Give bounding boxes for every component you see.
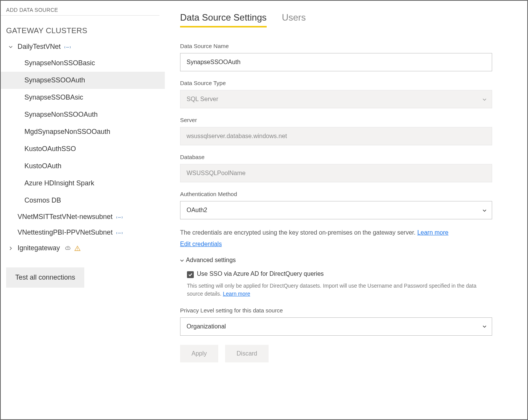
cluster-vnettestingpbi[interactable]: VNettestingPBI-PPVNetSubnet [1,225,165,240]
link-icon [64,44,71,50]
gateway-clusters-header: GATEWAY CLUSTERS [1,26,165,39]
test-connections-button[interactable]: Test all connections [6,267,84,288]
server-input[interactable] [180,127,492,145]
chevron-right-icon [8,244,14,252]
main-panel: Data Source Settings Users Data Source N… [165,1,527,419]
cluster-name: Ignitegateway [18,244,60,252]
chevron-down-icon [8,43,14,51]
cluster-ignitegateway[interactable]: Ignitegateway [1,240,165,256]
edit-credentials-link[interactable]: Edit credentials [180,241,222,248]
sso-checkbox-label: Use SSO via Azure AD for DirectQuery que… [197,270,324,277]
database-input[interactable] [180,164,492,182]
database-label: Database [180,154,527,160]
warning-icon [74,244,80,252]
advanced-settings-toggle[interactable]: Advanced settings [180,257,527,264]
cluster-vnetmsit[interactable]: VNetMSITTestVNet-newsubnet [1,209,165,225]
sso-checkbox[interactable] [187,271,194,278]
data-source-type-label: Data Source Type [180,80,527,86]
auth-method-select[interactable]: OAuth2 [180,201,492,219]
privacy-level-select[interactable]: Organizational [180,317,492,336]
svg-point-1 [77,249,78,250]
credentials-info-text: The credentials are encrypted using the … [180,228,497,238]
sidebar: ADD DATA SOURCE GATEWAY CLUSTERS DailyTe… [1,1,165,419]
chevron-down-icon [180,258,185,263]
link-icon [116,214,122,220]
learn-more-link-sso[interactable]: Learn more [223,291,250,297]
link-icon [116,230,122,236]
data-source-name-input[interactable] [180,53,492,71]
cluster-dailytestvnet[interactable]: DailyTestVNet [1,39,165,55]
tab-data-source-settings[interactable]: Data Source Settings [180,12,267,27]
ds-item-synapsenonssobasic[interactable]: SynapseNonSSOBasic [1,55,165,72]
cluster-name: VNetMSITTestVNet-newsubnet [18,213,113,221]
ds-item-synapsenonssooauth[interactable]: SynapseNonSSOOAuth [1,106,165,123]
ds-item-synapsessobasic[interactable]: SynapseSSOBAsic [1,89,165,106]
add-data-source-link[interactable]: ADD DATA SOURCE [1,5,159,16]
apply-button[interactable]: Apply [180,345,218,362]
cloud-sync-icon [64,244,71,252]
sso-helper-text: This setting will only be applied for Di… [187,282,488,298]
ds-item-kustooauthsso[interactable]: KustoOAuthSSO [1,140,165,158]
server-label: Server [180,117,527,123]
cluster-name: VNettestingPBI-PPVNetSubnet [18,229,113,237]
ds-item-synapsessooauth[interactable]: SynapseSSOOAuth [1,72,165,89]
tab-bar: Data Source Settings Users [180,12,527,27]
ds-item-kustooauth[interactable]: KustoOAuth [1,158,165,175]
auth-method-label: Authentication Method [180,191,527,197]
privacy-level-label: Privacy Level setting for this data sour… [180,307,527,314]
ds-item-hdinsight[interactable]: Azure HDInsight Spark [1,175,165,192]
data-source-type-select[interactable]: SQL Server [180,90,492,108]
cluster-name: DailyTestVNet [18,43,61,51]
learn-more-link[interactable]: Learn more [417,229,449,236]
tab-users[interactable]: Users [282,12,306,27]
ds-item-cosmosdb[interactable]: Cosmos DB [1,192,165,209]
ds-item-mgdsynapsenonssooauth[interactable]: MgdSynapseNonSSOOauth [1,123,165,140]
discard-button[interactable]: Discard [225,345,269,362]
data-source-name-label: Data Source Name [180,43,527,49]
